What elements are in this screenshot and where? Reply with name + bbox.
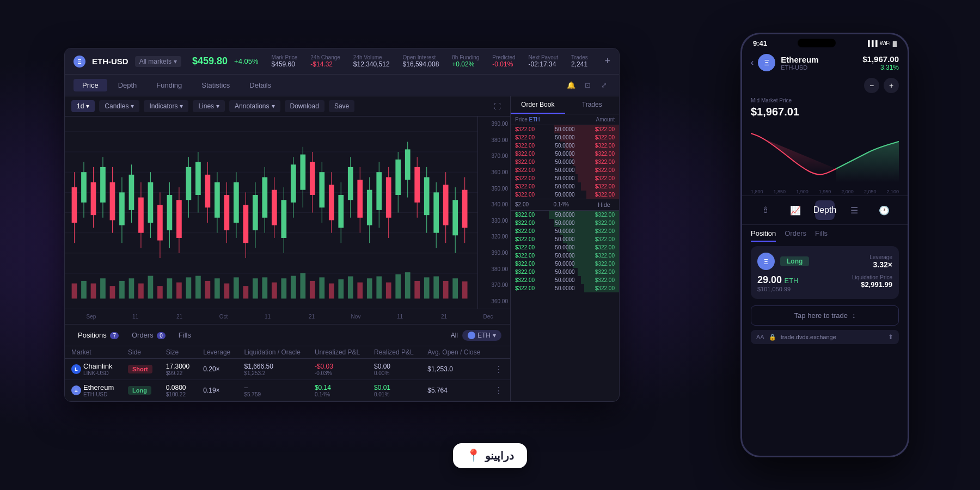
annotations-button[interactable]: Annotations ▾ [229, 100, 280, 112]
ob-ask-row: $322.00 50.0000 $322.00 [511, 182, 619, 191]
svg-rect-35 [195, 162, 201, 195]
positions-table: Market Side Size Leverage Liquidation / … [65, 346, 510, 401]
arrows-icon: ↕ [852, 311, 856, 320]
svg-rect-65 [338, 195, 344, 228]
lines-button[interactable]: Lines ▾ [193, 100, 225, 112]
ob-tab-trades[interactable]: Trades [565, 96, 620, 114]
ob-price-col: Price ETH [515, 117, 540, 122]
market-selector[interactable]: All markets ▾ [135, 56, 181, 67]
svg-rect-19 [119, 192, 125, 225]
svg-rect-124 [376, 277, 382, 299]
aa-label: AA [756, 334, 764, 340]
funding-8h-stat: 8h Funding +0.02% [452, 54, 479, 68]
phone-tab-position[interactable]: Position [751, 229, 776, 242]
orderbook-section: Order Book Trades Price ETH Amount $322.… [510, 96, 619, 401]
tab-details[interactable]: Details [241, 79, 280, 91]
watermark: 📍 دراپینو [453, 443, 527, 468]
pos-eth-amount: 29.00 ETH $101,050.99 [757, 274, 799, 292]
tab-positions[interactable]: Positions 7 [74, 329, 123, 341]
phone-nav-clock[interactable]: 🕐 [874, 200, 894, 220]
svg-rect-107 [215, 278, 220, 298]
tap-to-trade-button[interactable]: Tap here to trade ↕ [751, 305, 899, 326]
candles-button[interactable]: Candles ▾ [99, 100, 139, 112]
tab-navigation: Price Depth Funding Statistics Details 🔔… [65, 75, 619, 96]
svg-rect-49 [262, 177, 267, 217]
svg-rect-126 [395, 274, 401, 299]
phone-nav-list[interactable]: ☰ [844, 200, 864, 220]
svg-rect-94 [91, 284, 96, 299]
zoom-in-button[interactable]: + [884, 78, 899, 93]
ob-bid-row: $322.00 50.0000 $322.00 [511, 243, 619, 252]
svg-rect-51 [272, 190, 277, 225]
pos-card-eth-icon: Ξ [757, 253, 775, 270]
share-icon[interactable]: ⬆ [888, 333, 893, 341]
phone-position-card: Ξ Long Leverage 3.32× 29.00 ETH $101,050… [751, 246, 899, 299]
svg-rect-101 [157, 286, 163, 298]
predicted-stat: Predicted -0.01% [492, 54, 515, 68]
hide-button[interactable]: Hide [593, 201, 615, 208]
alert-icon[interactable]: 🔔 [565, 79, 578, 92]
svg-rect-89 [452, 200, 458, 235]
current-price: $459.80 [192, 56, 228, 67]
lock-icon: 🔒 [769, 334, 776, 341]
zoom-out-button[interactable]: − [864, 78, 879, 93]
candlestick-chart[interactable] [65, 117, 477, 309]
row-menu-button[interactable]: ⋮ [494, 365, 503, 374]
save-button[interactable]: Save [329, 100, 354, 112]
phone-mini-chart[interactable] [751, 122, 899, 188]
pos-liquidation: Liquidation Price $2,991.99 [852, 274, 892, 292]
tab-funding[interactable]: Funding [148, 79, 191, 91]
trading-terminal: Ξ ETH-USD All markets ▾ $459.80 +4.05% M… [64, 48, 620, 402]
next-payout-stat: Next Payout -02:17:34 [529, 54, 558, 68]
phone-tab-fills[interactable]: Fills [815, 229, 828, 242]
mark-price-stat: Mark Price $459.60 [272, 54, 298, 68]
svg-rect-29 [167, 195, 173, 230]
phone-nav-chart[interactable]: 📈 [786, 200, 805, 220]
svg-rect-53 [281, 200, 286, 238]
svg-rect-122 [357, 283, 363, 299]
spread-pct: 0.14% [554, 201, 569, 208]
volume-24h-stat: 24h Volume $12,340,512 [353, 54, 390, 68]
signal-icon: ▐▐▐ [866, 40, 877, 46]
svg-rect-61 [319, 172, 324, 207]
phone-nav-depth[interactable]: Depth [815, 200, 835, 220]
svg-rect-106 [205, 281, 211, 299]
add-market-button[interactable]: + [604, 56, 610, 67]
watermark-text: دراپینو [485, 449, 514, 462]
tab-depth[interactable]: Depth [109, 79, 146, 91]
tab-orders[interactable]: Orders 0 [127, 329, 170, 341]
filter-all-button[interactable]: All [451, 332, 458, 339]
svg-rect-67 [348, 167, 353, 200]
ob-spread: $2.00 0.14% Hide [511, 199, 619, 211]
timeframe-button[interactable]: 1d ▾ [71, 100, 95, 112]
indicators-button[interactable]: Indicators ▾ [144, 100, 188, 112]
back-button[interactable]: ‹ [751, 58, 754, 68]
tab-price[interactable]: Price [74, 79, 107, 91]
external-icon[interactable]: ⤢ [597, 79, 610, 92]
svg-rect-92 [72, 284, 77, 299]
svg-rect-81 [414, 167, 420, 203]
svg-rect-63 [329, 185, 334, 220]
chevron-down-icon: ▾ [174, 58, 177, 65]
svg-rect-102 [167, 278, 173, 298]
svg-rect-87 [443, 185, 449, 225]
terminal-header: Ξ ETH-USD All markets ▾ $459.80 +4.05% M… [65, 48, 619, 75]
eth-logo: Ξ [74, 56, 85, 68]
screenshot-icon[interactable]: ⊡ [581, 79, 594, 92]
eth-filter-pill[interactable]: ETH ▾ [462, 330, 501, 341]
ob-tab-orderbook[interactable]: Order Book [511, 96, 565, 114]
svg-rect-57 [300, 155, 305, 190]
pos-leverage: Leverage 3.32× [869, 254, 892, 269]
download-button[interactable]: Download [285, 100, 324, 112]
row-menu-button[interactable]: ⋮ [494, 386, 503, 395]
phone-tab-orders[interactable]: Orders [785, 229, 806, 242]
tab-statistics[interactable]: Statistics [193, 79, 238, 91]
header-stats: Mark Price $459.60 24h Change -$14.32 24… [272, 54, 588, 68]
tab-fills[interactable]: Fills [174, 329, 195, 341]
svg-rect-75 [386, 177, 391, 217]
phone-nav-candlestick[interactable]: 🕯 [756, 200, 775, 220]
ob-bid-row: $322.00 50.0000 $322.00 [511, 211, 619, 219]
svg-rect-11 [81, 172, 87, 203]
fullscreen-icon[interactable]: ⛶ [491, 100, 504, 113]
svg-rect-69 [357, 180, 363, 218]
